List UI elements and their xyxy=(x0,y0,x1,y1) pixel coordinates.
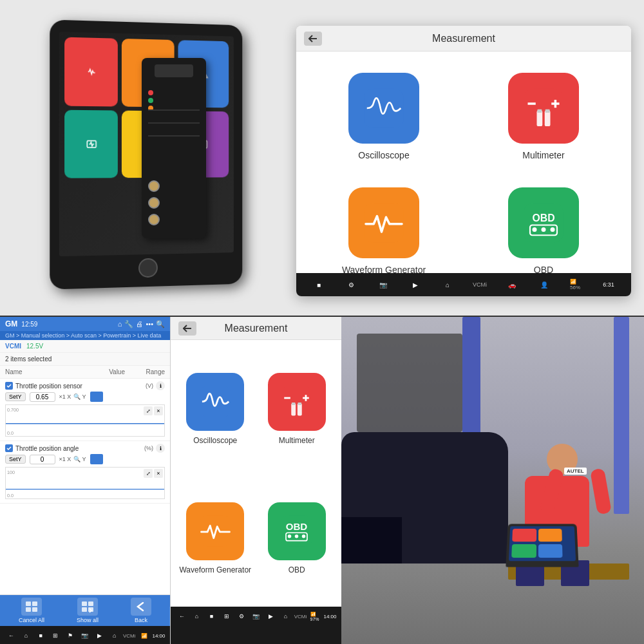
more-icon[interactable]: ••• xyxy=(146,320,153,328)
svg-rect-41 xyxy=(298,402,302,405)
sb-camera-icon[interactable]: 📷 xyxy=(80,630,90,641)
graph-2-expand[interactable]: ⤢ xyxy=(144,469,153,478)
sensor-2-menu[interactable] xyxy=(90,454,103,464)
multimeter-item-bottom[interactable]: Multimeter xyxy=(260,348,334,469)
col-range-header: Range xyxy=(125,368,165,375)
multimeter-item-top[interactable]: Multimeter xyxy=(469,64,618,169)
bar-camera-icon[interactable]: 📷 xyxy=(377,278,390,291)
sb-home-icon[interactable]: ⌂ xyxy=(21,630,31,641)
psb-tools[interactable]: ⚙ xyxy=(236,611,247,621)
svg-point-18 xyxy=(542,227,546,232)
panel-title-bottom: Measurement xyxy=(225,323,288,334)
print-icon[interactable]: 🖨 xyxy=(136,320,143,328)
app-icon-diagnostics[interactable] xyxy=(64,37,118,107)
show-all-btn[interactable]: Show all xyxy=(77,598,99,623)
sensor-1-controls: SetY ×1 X 🔍 Y xyxy=(5,392,165,402)
cancel-all-btn[interactable]: Cancel All xyxy=(19,598,44,623)
sensor-2-value[interactable] xyxy=(30,455,55,464)
graph-2-close[interactable]: × xyxy=(154,469,163,478)
sensor-2-checkbox[interactable] xyxy=(5,444,13,452)
svg-rect-10 xyxy=(537,111,543,127)
psb-home2[interactable]: ⌂ xyxy=(281,611,291,621)
app-icon-measurement[interactable] xyxy=(64,109,118,178)
cancel-all-icon[interactable] xyxy=(21,598,42,616)
vci-connector-3 xyxy=(148,214,160,225)
autel-logo: AUTEL xyxy=(564,468,587,475)
home-icon[interactable]: ⌂ xyxy=(118,320,122,328)
sensor-1-value[interactable] xyxy=(30,392,55,402)
sb-flag-icon[interactable]: ⚑ xyxy=(65,630,75,641)
psb-video[interactable]: ▶ xyxy=(266,611,276,621)
show-all-icon[interactable] xyxy=(77,598,98,616)
psb-home[interactable]: ⌂ xyxy=(192,611,202,621)
waveform-icon-top[interactable] xyxy=(348,187,419,258)
sb-grid-icon[interactable]: ⊞ xyxy=(50,630,61,641)
multimeter-icon-top[interactable] xyxy=(508,73,579,144)
svg-rect-6 xyxy=(524,88,563,128)
sb-wifi: 📶 xyxy=(139,630,149,641)
waveform-item-bottom[interactable]: Waveform Generator xyxy=(178,477,252,599)
oscilloscope-icon-bottom[interactable] xyxy=(186,373,244,431)
svg-rect-30 xyxy=(88,601,93,606)
psb-vcmi: VCMi xyxy=(296,611,306,621)
sensor-1-sety[interactable]: SetY xyxy=(5,392,26,401)
tools-icon[interactable]: 🔧 xyxy=(124,320,133,328)
table-header: Name Value Range xyxy=(0,366,170,379)
vcmi-bar: VCMI 12.5V xyxy=(0,340,170,353)
bar-person-icon[interactable]: 👤 xyxy=(538,278,551,291)
laptop-device xyxy=(506,524,578,567)
svg-point-47 xyxy=(302,535,306,538)
obd-icon-bottom[interactable]: OBD xyxy=(268,502,326,560)
oscilloscope-icon-top[interactable] xyxy=(348,73,419,144)
search-icon[interactable]: 🔍 xyxy=(156,320,165,328)
svg-point-19 xyxy=(551,227,555,232)
sb-home2-icon[interactable]: ⌂ xyxy=(109,630,120,641)
obd-item-top[interactable]: OBD OBD xyxy=(469,179,618,283)
sensor-1-checkbox[interactable] xyxy=(5,382,13,390)
sensor-1-info[interactable]: ℹ xyxy=(156,381,165,390)
sb-vcmi-label: VCMi xyxy=(124,630,135,641)
waveform-item-top[interactable]: Waveform Generator xyxy=(309,179,459,283)
panel-title-top: Measurement xyxy=(432,33,495,44)
vcmi-indicator: VCMI xyxy=(5,343,21,350)
sensor-1-menu[interactable] xyxy=(90,392,103,402)
back-button-top[interactable] xyxy=(304,32,322,46)
graph-1-close[interactable]: × xyxy=(154,406,163,415)
obd-item-bottom[interactable]: OBD OBD xyxy=(260,477,334,599)
psb-square[interactable]: ■ xyxy=(207,611,217,621)
svg-point-46 xyxy=(295,535,299,538)
bar-stop-icon[interactable]: ■ xyxy=(312,278,325,291)
back-icon[interactable] xyxy=(131,598,151,616)
bar-car-icon[interactable]: 🚗 xyxy=(506,278,518,291)
obd-icon-top[interactable]: OBD xyxy=(508,187,579,258)
oscilloscope-item-top[interactable]: Oscilloscope xyxy=(309,64,459,169)
back-button-bottom[interactable] xyxy=(178,321,196,336)
psb-back[interactable]: ← xyxy=(177,611,187,621)
measurement-grid-bottom: Oscilloscope Multimeter xyxy=(171,340,341,607)
sb-back-icon[interactable]: ← xyxy=(6,630,16,641)
multimeter-icon-bottom[interactable] xyxy=(268,373,326,431)
sb-video-icon[interactable]: ▶ xyxy=(95,630,105,641)
back-btn[interactable]: Back xyxy=(131,598,151,623)
time-label: 12:59 xyxy=(21,321,37,328)
svg-text:0.0: 0.0 xyxy=(7,431,14,435)
tablet-home-button[interactable] xyxy=(138,258,158,278)
psb-camera[interactable]: 📷 xyxy=(251,611,261,621)
multimeter-label-top: Multimeter xyxy=(522,150,564,160)
waveform-icon-bottom[interactable] xyxy=(186,502,244,560)
bar-time: 6:31 xyxy=(602,278,615,291)
bar-tools-icon[interactable]: ⚙ xyxy=(345,278,357,291)
live-data-panel: GM 12:59 ⌂ 🔧 🖨 ••• 🔍 GM > Manual selecti… xyxy=(0,317,171,644)
psb-grid[interactable]: ⊞ xyxy=(222,611,232,621)
sensor-2-info[interactable]: ℹ xyxy=(156,444,165,453)
sensor-2-sety[interactable]: SetY xyxy=(5,455,26,464)
graph-1-expand[interactable]: ⤢ xyxy=(144,406,153,415)
bar-video-icon[interactable]: ▶ xyxy=(409,278,422,291)
laptop-screen xyxy=(509,526,575,560)
oscilloscope-item-bottom[interactable]: Oscilloscope xyxy=(178,348,252,469)
show-all-label: Show all xyxy=(77,617,99,623)
brand-label: GM xyxy=(5,319,17,328)
measurement-grid-top: Oscilloscope xyxy=(296,52,631,296)
bar-home-icon[interactable]: ⌂ xyxy=(441,278,454,291)
sb-square-icon[interactable]: ■ xyxy=(35,630,46,641)
